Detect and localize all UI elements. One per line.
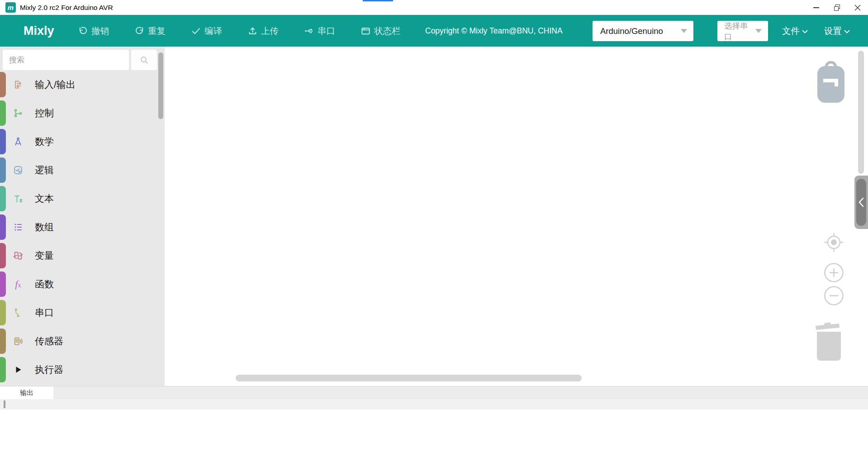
chevron-down-icon [755, 29, 762, 33]
category-color-bar [0, 72, 6, 97]
toolbar-button-label: 编译 [204, 25, 222, 37]
menu-file[interactable]: 文件 [782, 25, 808, 37]
toolbar-button-label: 撤销 [91, 25, 109, 37]
category-label: 执行器 [35, 363, 63, 376]
category-row[interactable]: 数组 [0, 213, 165, 241]
board-select[interactable]: Arduino/Genuino [593, 21, 693, 41]
brand-label: Mixly [24, 15, 54, 47]
minimize-button[interactable] [806, 0, 826, 15]
titlebar: m Mixly 2.0 rc2 For Arduino AVR [0, 0, 868, 15]
zoom-out-button[interactable] [824, 286, 844, 308]
bottom-tabbar: 输出 [0, 386, 868, 399]
menu-label: 设置 [824, 25, 842, 37]
toolbar-statusbar-button[interactable]: 状态栏 [360, 25, 401, 37]
category-color-bar [0, 329, 6, 354]
category-row[interactable]: 文本 [0, 184, 165, 213]
category-row[interactable]: 串口 [0, 298, 165, 327]
category-label: 函数 [35, 278, 54, 291]
category-color-bar [0, 129, 6, 154]
main-toolbar: Mixly 撤销重复编译上传串口状态栏 Copyright © Mixly Te… [0, 15, 868, 47]
search-input[interactable] [3, 50, 129, 70]
canvas-vertical-scrollbar[interactable] [858, 51, 864, 174]
redo-icon [134, 26, 145, 36]
category-label: 控制 [35, 107, 54, 119]
category-label: 文本 [35, 192, 54, 205]
toolbar-compile-button[interactable]: 编译 [191, 25, 222, 37]
port-select[interactable]: 选择串口 [717, 21, 768, 41]
category-color-bar [0, 300, 6, 325]
chevron-down-icon [681, 29, 687, 33]
category-label: 变量 [35, 249, 54, 262]
toolbar-redo-button[interactable]: 重复 [134, 25, 166, 37]
category-color-bar [0, 186, 6, 211]
tab-output[interactable]: 输出 [0, 386, 53, 400]
actuator-icon [11, 363, 25, 376]
blue-strip-decoration [363, 0, 393, 1]
canvas-horizontal-scrollbar[interactable] [236, 375, 582, 381]
toolbar-upload-button[interactable]: 上传 [247, 25, 279, 37]
check-icon [191, 26, 201, 36]
io-icon [11, 78, 25, 91]
expand-code-panel-button[interactable] [856, 179, 866, 226]
undo-icon [78, 26, 88, 36]
backpack-icon[interactable] [817, 61, 845, 105]
chevron-down-icon [844, 26, 850, 36]
toolbar-menus: 文件设置 [782, 15, 850, 47]
search-button[interactable] [131, 50, 157, 70]
mixly-logo-icon: m [5, 2, 16, 13]
target-icon [823, 232, 844, 253]
blockly-workspace[interactable] [165, 47, 868, 386]
category-color-bar [0, 357, 6, 382]
control-icon [11, 106, 25, 120]
category-color-bar [0, 243, 6, 268]
array-icon [11, 220, 25, 234]
category-color-bar [0, 100, 6, 126]
logic-icon [11, 163, 25, 177]
upload-icon [247, 26, 258, 36]
window-title: Mixly 2.0 rc2 For Arduino AVR [20, 0, 113, 15]
tab-output-label: 输出 [20, 389, 33, 397]
category-row[interactable]: fx函数 [0, 270, 165, 298]
chevron-left-icon [858, 197, 864, 208]
category-color-bar [0, 214, 6, 240]
category-row[interactable]: 逻辑 [0, 156, 165, 184]
category-label: 数组 [35, 221, 54, 234]
menu-label: 文件 [782, 25, 800, 37]
zoom-in-button[interactable] [824, 262, 844, 285]
toolbar-undo-button[interactable]: 撤销 [78, 25, 109, 37]
output-caret [4, 400, 5, 408]
toolbar-serial-monitor-button[interactable]: 串口 [304, 25, 335, 37]
menu-settings[interactable]: 设置 [824, 25, 850, 37]
category-row[interactable]: 执行器 [0, 355, 165, 384]
trash-icon[interactable] [814, 320, 844, 364]
category-label: 串口 [35, 306, 54, 319]
category-color-bar [0, 157, 6, 183]
close-icon [854, 5, 861, 11]
toolbar-button-label: 上传 [261, 25, 279, 37]
category-label: 逻辑 [35, 164, 54, 176]
category-row[interactable]: 变量 [0, 241, 165, 270]
function-icon: fx [11, 277, 25, 291]
category-row[interactable]: 控制 [0, 99, 165, 127]
category-row[interactable]: 输入/输出 [0, 70, 165, 99]
code-panel-handle [854, 176, 868, 229]
category-label: 传感器 [35, 335, 63, 348]
copyright-text: Copyright © Mixly Team@BNU, CHINA [425, 15, 563, 47]
category-row[interactable]: 数学 [0, 127, 165, 156]
toolbar-button-label: 串口 [318, 25, 335, 37]
statusbar-icon [360, 26, 371, 36]
text-icon [11, 192, 25, 205]
chevron-down-icon [802, 26, 808, 36]
restore-icon [834, 5, 840, 10]
close-button[interactable] [847, 0, 868, 15]
toolbar-button-label: 状态栏 [374, 25, 401, 37]
toolbar-buttons: 撤销重复编译上传串口状态栏 [78, 15, 401, 47]
search-icon [139, 55, 150, 66]
category-row[interactable]: 传感器 [0, 327, 165, 355]
variable-icon [11, 249, 25, 262]
math-icon [11, 135, 25, 148]
block-categories: 输入/输出控制数学逻辑文本数组变量fx函数串口传感器执行器 [0, 70, 165, 384]
zoom-reset-button[interactable] [823, 232, 844, 255]
restore-button[interactable] [826, 0, 847, 15]
port-select-placeholder: 选择串口 [717, 20, 755, 42]
